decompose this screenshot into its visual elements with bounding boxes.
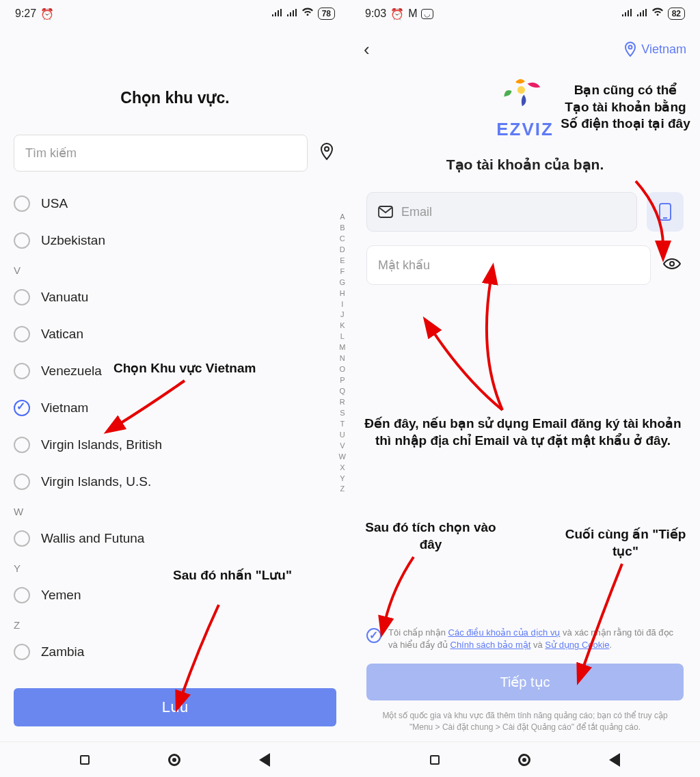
mail-icon: M: [408, 8, 417, 20]
continue-label: Tiếp tục: [500, 674, 550, 690]
alpha-index[interactable]: ABCDEFGHIJKLMNOPQRSTUVWXYZ: [339, 212, 346, 495]
nav-back-icon[interactable]: [259, 753, 270, 767]
list-item-vietnam[interactable]: Vietnam: [14, 390, 336, 426]
battery-icon: 82: [668, 8, 685, 20]
cookie-link[interactable]: Sử dụng Cookie: [545, 640, 609, 650]
location-icon[interactable]: [317, 142, 336, 164]
footnote: Một số quốc gia và khu vực đã thêm tính …: [350, 710, 700, 741]
privacy-link[interactable]: Chính sách bảo mật: [450, 640, 531, 650]
search-placeholder: Tìm kiếm: [25, 146, 77, 161]
alarm-icon: ⏰: [390, 8, 404, 21]
radio-icon[interactable]: [14, 363, 30, 379]
page-title: Tạo tài khoản của bạn.: [350, 156, 700, 173]
svg-point-6: [670, 262, 674, 266]
nav-home-icon[interactable]: [168, 754, 180, 766]
list-item[interactable]: Vanuatu: [14, 279, 336, 316]
status-bar: 9:03 ⏰ M ◡ 82: [350, 0, 700, 27]
signal-icon: [636, 8, 647, 20]
status-time: 9:03: [365, 8, 386, 20]
radio-icon[interactable]: [14, 474, 30, 490]
nav-back-icon[interactable]: [609, 753, 620, 767]
section-header: Y: [14, 557, 336, 577]
list-item[interactable]: Vatican: [14, 316, 336, 353]
section-header: V: [14, 259, 336, 279]
top-bar: ‹ Vietnam: [350, 30, 700, 68]
terms-link[interactable]: Các điều khoản của dịch vụ: [448, 627, 561, 638]
country-list[interactable]: USA Uzbekistan V Vanuatu Vatican Venezue…: [0, 185, 350, 683]
terms-row: Tôi chấp nhận Các điều khoản của dịch vụ…: [350, 627, 700, 659]
email-field[interactable]: Email: [366, 192, 637, 232]
radio-icon[interactable]: [14, 195, 30, 212]
list-item[interactable]: Virgin Islands, U.S.: [14, 463, 336, 500]
phone-signup-button[interactable]: [647, 192, 684, 232]
list-item[interactable]: Yemen: [14, 577, 336, 614]
nav-recent-icon[interactable]: [430, 755, 440, 765]
continue-button[interactable]: Tiếp tục: [366, 664, 684, 700]
email-placeholder: Email: [401, 205, 432, 219]
signal-icon: [621, 8, 632, 20]
eye-icon[interactable]: [660, 256, 684, 274]
page-header: Chọn khu vực.: [0, 27, 350, 135]
list-item[interactable]: Zambia: [14, 633, 336, 670]
envelope-icon: [378, 206, 393, 218]
terms-checkbox[interactable]: [366, 628, 381, 643]
search-input[interactable]: Tìm kiếm: [14, 135, 308, 172]
wifi-icon: [651, 8, 664, 20]
alarm-icon: ⏰: [40, 8, 54, 21]
battery-icon: 78: [318, 8, 335, 20]
radio-icon[interactable]: [14, 437, 30, 453]
brand-logo: EZVIZ: [350, 68, 700, 140]
phone-left: 9:27 ⏰ 78 Chọn khu vực. Tìm kiếm USA U: [0, 0, 350, 777]
radio-icon[interactable]: [14, 530, 30, 547]
radio-icon[interactable]: [14, 587, 30, 603]
save-button[interactable]: Lưu: [14, 688, 336, 726]
svg-point-1: [629, 46, 632, 49]
signal-icon: [286, 8, 297, 20]
ezviz-icon: [501, 75, 549, 116]
status-time: 9:27: [15, 8, 36, 20]
region-selector[interactable]: Vietnam: [623, 42, 686, 57]
list-item[interactable]: Virgin Islands, British: [14, 426, 336, 463]
svg-point-2: [517, 86, 525, 94]
radio-icon[interactable]: [14, 644, 30, 660]
radio-icon[interactable]: [14, 400, 30, 416]
section-header: Z: [14, 614, 336, 633]
wifi-icon: [301, 8, 314, 20]
page-title: Chọn khu vực.: [0, 89, 350, 107]
list-item[interactable]: Wallis and Futuna: [14, 520, 336, 557]
svg-point-0: [325, 147, 329, 151]
brand-name: EZVIZ: [350, 119, 700, 140]
notif-icon: ◡: [421, 9, 433, 19]
list-item[interactable]: Uzbekistan: [14, 222, 336, 259]
back-icon[interactable]: ‹: [364, 39, 370, 60]
signal-icon: [271, 8, 282, 20]
nav-recent-icon[interactable]: [80, 755, 90, 765]
radio-icon[interactable]: [14, 326, 30, 342]
nav-home-icon[interactable]: [518, 754, 530, 766]
nav-bar: [350, 741, 700, 777]
region-label: Vietnam: [641, 42, 686, 57]
phone-right: 9:03 ⏰ M ◡ 82 ‹ Vietnam EZVIZ Tạo tài kh…: [350, 0, 700, 777]
password-placeholder: Mật khẩu: [378, 258, 430, 273]
list-item[interactable]: Venezuela: [14, 353, 336, 390]
mobile-icon: [658, 202, 672, 221]
status-bar: 9:27 ⏰ 78: [0, 0, 350, 27]
nav-bar: [0, 741, 350, 777]
password-field[interactable]: Mật khẩu: [366, 245, 651, 285]
terms-text: Tôi chấp nhận Các điều khoản của dịch vụ…: [388, 627, 684, 651]
save-label: Lưu: [162, 698, 188, 716]
radio-icon[interactable]: [14, 232, 30, 249]
radio-icon[interactable]: [14, 289, 30, 305]
list-item[interactable]: USA: [14, 185, 336, 222]
section-header: W: [14, 500, 336, 520]
